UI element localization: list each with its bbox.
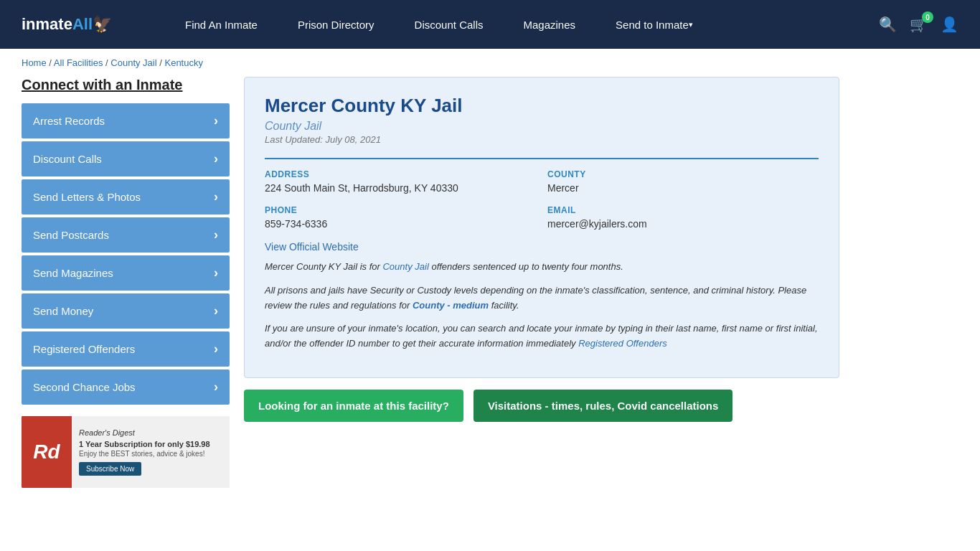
cart-badge: 0	[922, 11, 933, 23]
breadcrumb-all-facilities[interactable]: All Facilities	[54, 57, 103, 68]
county-medium-link[interactable]: County - medium	[413, 300, 489, 311]
chevron-right-icon: ›	[214, 265, 218, 281]
logo-text: inmateAll🦅	[22, 15, 112, 34]
content-area: Mercer County KY Jail County Jail Last U…	[244, 77, 839, 488]
chevron-right-icon: ›	[214, 227, 218, 242]
logo[interactable]: inmateAll🦅	[22, 15, 136, 34]
county-label: COUNTY	[547, 169, 819, 179]
cart-icon[interactable]: 🛒 0	[910, 16, 928, 33]
ad-brand: Reader's Digest	[79, 428, 222, 437]
sidebar-ad: Rd Reader's Digest 1 Year Subscription f…	[22, 416, 230, 488]
breadcrumb: Home / All Facilities / County Jail / Ke…	[0, 49, 980, 77]
chevron-right-icon: ›	[214, 151, 218, 166]
sidebar-item-label: Send Letters & Photos	[33, 191, 141, 203]
breadcrumb-home[interactable]: Home	[22, 57, 47, 68]
breadcrumb-state[interactable]: Kentucky	[164, 57, 202, 68]
main-nav: Find An Inmate Prison Directory Discount…	[165, 0, 879, 49]
address-block: ADDRESS 224 South Main St, Harrodsburg, …	[265, 169, 536, 194]
chevron-right-icon: ›	[214, 189, 218, 204]
nav-prison-directory[interactable]: Prison Directory	[278, 0, 395, 49]
sidebar-item-send-letters-photos[interactable]: Send Letters & Photos ›	[22, 179, 230, 215]
sidebar-item-label: Second Chance Jobs	[33, 381, 136, 393]
sidebar-menu: Arrest Records › Discount Calls › Send L…	[22, 103, 230, 405]
sidebar-item-discount-calls[interactable]: Discount Calls ›	[22, 141, 230, 176]
sidebar: Connect with an Inmate Arrest Records › …	[22, 77, 230, 488]
facility-info-grid: ADDRESS 224 South Main St, Harrodsburg, …	[265, 158, 819, 230]
sidebar-item-label: Send Money	[33, 305, 93, 317]
cta-buttons: Looking for an inmate at this facility? …	[244, 390, 839, 422]
facility-card: Mercer County KY Jail County Jail Last U…	[244, 77, 839, 378]
main-layout: Connect with an Inmate Arrest Records › …	[0, 77, 861, 509]
description-section: Mercer County KY Jail is for County Jail…	[265, 260, 819, 352]
ad-text-area: Reader's Digest 1 Year Subscription for …	[72, 416, 230, 488]
facility-type: County Jail	[265, 120, 819, 133]
ad-description: Enjoy the BEST stories, advice & jokes!	[79, 450, 222, 458]
phone-label: PHONE	[265, 205, 536, 215]
sidebar-item-arrest-records[interactable]: Arrest Records ›	[22, 103, 230, 138]
ad-logo: Rd	[33, 441, 60, 463]
official-website-link[interactable]: View Official Website	[265, 241, 359, 253]
phone-value: 859-734-6336	[265, 218, 536, 230]
nav-discount-calls[interactable]: Discount Calls	[395, 0, 504, 49]
county-jail-link[interactable]: County Jail	[382, 261, 428, 272]
nav-find-inmate[interactable]: Find An Inmate	[165, 0, 278, 49]
chevron-right-icon: ›	[214, 113, 218, 128]
sidebar-item-send-money[interactable]: Send Money ›	[22, 293, 230, 329]
nav-magazines[interactable]: Magazines	[503, 0, 595, 49]
ad-logo-area: Rd	[22, 416, 72, 488]
breadcrumb-county-jail[interactable]: County Jail	[110, 57, 156, 68]
sidebar-item-label: Discount Calls	[33, 153, 102, 165]
chevron-right-icon: ›	[214, 380, 218, 395]
email-value: mercer@kyjailers.com	[547, 218, 819, 230]
registered-offenders-link[interactable]: Registered Offenders	[578, 338, 667, 349]
sidebar-item-send-postcards[interactable]: Send Postcards ›	[22, 217, 230, 253]
search-icon[interactable]: 🔍	[879, 16, 897, 33]
sidebar-item-label: Registered Offenders	[33, 343, 135, 355]
ad-content: Rd Reader's Digest 1 Year Subscription f…	[22, 416, 230, 488]
ad-subscribe-button[interactable]: Subscribe Now	[79, 462, 141, 476]
address-label: ADDRESS	[265, 169, 536, 179]
chevron-right-icon: ›	[214, 303, 218, 319]
sidebar-item-label: Arrest Records	[33, 115, 105, 127]
site-header: inmateAll🦅 Find An Inmate Prison Directo…	[0, 0, 980, 49]
address-value: 224 South Main St, Harrodsburg, KY 40330	[265, 182, 536, 194]
nav-send-to-inmate[interactable]: Send to Inmate	[595, 0, 713, 49]
description-para-3: If you are unsure of your inmate's locat…	[265, 321, 819, 352]
email-block: EMAIL mercer@kyjailers.com	[547, 205, 819, 230]
sidebar-item-label: Send Magazines	[33, 267, 113, 279]
description-para-1: Mercer County KY Jail is for County Jail…	[265, 260, 819, 275]
description-para-2: All prisons and jails have Security or C…	[265, 283, 819, 314]
user-icon[interactable]: 👤	[941, 16, 958, 33]
phone-block: PHONE 859-734-6336	[265, 205, 536, 230]
email-label: EMAIL	[547, 205, 819, 215]
sidebar-item-second-chance-jobs[interactable]: Second Chance Jobs ›	[22, 369, 230, 405]
county-block: COUNTY Mercer	[547, 169, 819, 194]
sidebar-title: Connect with an Inmate	[22, 77, 230, 93]
facility-name: Mercer County KY Jail	[265, 95, 819, 117]
sidebar-item-label: Send Postcards	[33, 229, 109, 241]
sidebar-item-send-magazines[interactable]: Send Magazines ›	[22, 255, 230, 291]
county-value: Mercer	[547, 182, 819, 194]
visitations-button[interactable]: Visitations - times, rules, Covid cancel…	[473, 390, 733, 422]
chevron-right-icon: ›	[214, 342, 218, 357]
looking-for-inmate-button[interactable]: Looking for an inmate at this facility?	[244, 390, 463, 422]
ad-tagline: 1 Year Subscription for only $19.98	[79, 440, 222, 448]
header-icons: 🔍 🛒 0 👤	[879, 16, 958, 33]
sidebar-item-registered-offenders[interactable]: Registered Offenders ›	[22, 331, 230, 367]
facility-updated: Last Updated: July 08, 2021	[265, 134, 819, 145]
